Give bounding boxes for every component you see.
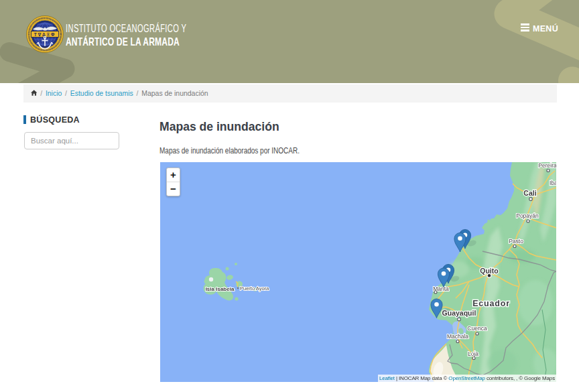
svg-text:Τ∇ΔΞΦ: Τ∇ΔΞΦ bbox=[34, 32, 56, 37]
svg-text:Cali: Cali bbox=[523, 189, 536, 197]
svg-text:Popayán: Popayán bbox=[516, 212, 539, 219]
svg-text:Cuenca: Cuenca bbox=[467, 325, 487, 332]
svg-text:Pereira: Pereira bbox=[538, 162, 556, 169]
svg-text:Iba: Iba bbox=[550, 180, 556, 186]
svg-text:Pasto: Pasto bbox=[509, 238, 523, 245]
svg-text:Machala: Machala bbox=[447, 333, 468, 340]
svg-text:Ecuador: Ecuador bbox=[472, 299, 510, 308]
svg-text:Isla Isabela: Isla Isabela bbox=[206, 286, 235, 292]
svg-text:Puerto Ayora: Puerto Ayora bbox=[240, 285, 269, 291]
svg-text:Loja: Loja bbox=[468, 350, 478, 357]
